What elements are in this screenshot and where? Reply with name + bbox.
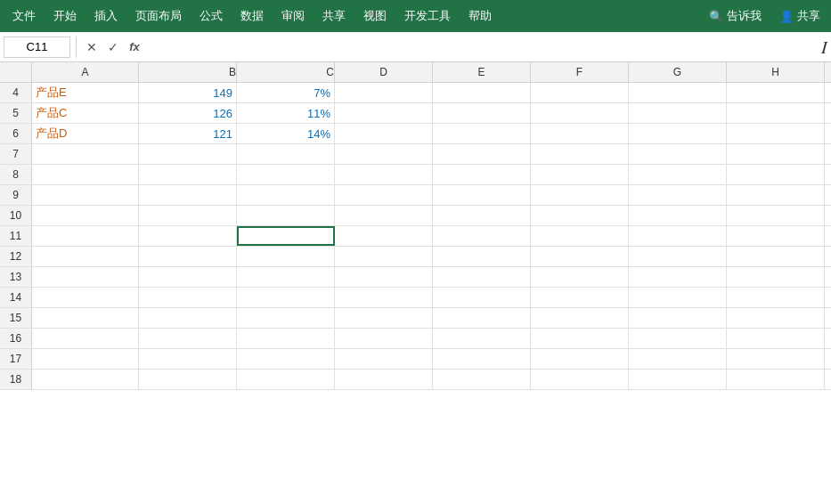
cell-reference-input[interactable] xyxy=(4,37,70,58)
cell-4-H[interactable] xyxy=(727,83,825,102)
row-header[interactable]: 4 xyxy=(0,83,32,102)
cell-15-H[interactable] xyxy=(727,308,825,328)
row-header[interactable]: 10 xyxy=(0,206,32,225)
cell-8-A[interactable] xyxy=(32,165,139,184)
row-header[interactable]: 7 xyxy=(0,144,32,164)
cell-8-G[interactable] xyxy=(629,165,727,184)
cell-14-F[interactable] xyxy=(531,288,629,307)
cell-18-F[interactable] xyxy=(531,370,629,389)
cell-5-H[interactable] xyxy=(727,103,825,123)
col-header-g[interactable]: G xyxy=(629,62,727,82)
cell-18-A[interactable] xyxy=(32,370,139,389)
cancel-formula-button[interactable]: ✕ xyxy=(82,37,102,57)
cell-8-E[interactable] xyxy=(433,165,531,184)
menu-file[interactable]: 文件 xyxy=(4,3,45,29)
cell-5-G[interactable] xyxy=(629,103,727,123)
cell-9-C[interactable] xyxy=(237,185,335,205)
cell-12-G[interactable] xyxy=(629,247,727,266)
cell-12-B[interactable] xyxy=(139,247,237,266)
cell-9-H[interactable] xyxy=(727,185,825,205)
cell-16-F[interactable] xyxy=(531,329,629,348)
menu-formula[interactable]: 公式 xyxy=(191,3,232,29)
cell-12-C[interactable] xyxy=(237,247,335,266)
cell-15-F[interactable] xyxy=(531,308,629,328)
row-header[interactable]: 14 xyxy=(0,288,32,307)
tell-me-button[interactable]: 🔍 告诉我 xyxy=(702,4,769,28)
menu-help[interactable]: 帮助 xyxy=(460,3,501,29)
cell-10-B[interactable] xyxy=(139,206,237,225)
row-header[interactable]: 8 xyxy=(0,165,32,184)
cell-6-C[interactable]: 14% xyxy=(237,124,335,143)
col-header-a[interactable]: A xyxy=(32,62,139,82)
share-button[interactable]: 👤 共享 xyxy=(772,4,827,28)
cell-4-D[interactable] xyxy=(335,83,433,102)
row-header[interactable]: 13 xyxy=(0,267,32,287)
cell-4-B[interactable]: 149 xyxy=(139,83,237,102)
cell-10-D[interactable] xyxy=(335,206,433,225)
confirm-formula-button[interactable]: ✓ xyxy=(103,37,123,57)
cell-8-H[interactable] xyxy=(727,165,825,184)
cell-7-F[interactable] xyxy=(531,144,629,164)
row-header[interactable]: 6 xyxy=(0,124,32,143)
cell-7-G[interactable] xyxy=(629,144,727,164)
menu-view[interactable]: 视图 xyxy=(354,3,395,29)
cell-8-C[interactable] xyxy=(237,165,335,184)
cell-5-B[interactable]: 126 xyxy=(139,103,237,123)
cell-15-A[interactable] xyxy=(32,308,139,328)
cell-6-G[interactable] xyxy=(629,124,727,143)
cell-15-D[interactable] xyxy=(335,308,433,328)
cell-14-C[interactable] xyxy=(237,288,335,307)
cell-13-D[interactable] xyxy=(335,267,433,287)
menu-insert[interactable]: 插入 xyxy=(86,3,126,29)
row-header[interactable]: 17 xyxy=(0,349,32,369)
cell-10-A[interactable] xyxy=(32,206,139,225)
cell-10-C[interactable] xyxy=(237,206,335,225)
cell-14-D[interactable] xyxy=(335,288,433,307)
cell-11-D[interactable] xyxy=(335,226,433,246)
cell-11-H[interactable] xyxy=(727,226,825,246)
cell-17-D[interactable] xyxy=(335,349,433,369)
cell-6-H[interactable] xyxy=(727,124,825,143)
cell-18-B[interactable] xyxy=(139,370,237,389)
cell-9-B[interactable] xyxy=(139,185,237,205)
row-header[interactable]: 9 xyxy=(0,185,32,205)
cell-11-F[interactable] xyxy=(531,226,629,246)
corner-cell[interactable] xyxy=(0,62,32,82)
cell-5-D[interactable] xyxy=(335,103,433,123)
col-header-c[interactable]: C xyxy=(237,62,335,82)
cell-6-A[interactable]: 产品D xyxy=(32,124,139,143)
row-header[interactable]: 16 xyxy=(0,329,32,348)
col-header-h[interactable]: H xyxy=(727,62,825,82)
cell-11-C[interactable] xyxy=(237,226,335,246)
cell-10-H[interactable] xyxy=(727,206,825,225)
cell-4-E[interactable] xyxy=(433,83,531,102)
cell-16-B[interactable] xyxy=(139,329,237,348)
cell-6-D[interactable] xyxy=(335,124,433,143)
menu-home[interactable]: 开始 xyxy=(45,3,86,29)
cell-15-G[interactable] xyxy=(629,308,727,328)
menu-dev-tools[interactable]: 开发工具 xyxy=(395,3,460,29)
cell-16-A[interactable] xyxy=(32,329,139,348)
col-header-f[interactable]: F xyxy=(531,62,629,82)
cell-7-H[interactable] xyxy=(727,144,825,164)
cell-18-G[interactable] xyxy=(629,370,727,389)
col-header-b[interactable]: B xyxy=(139,62,237,82)
cell-11-E[interactable] xyxy=(433,226,531,246)
cell-4-A[interactable]: 产品E xyxy=(32,83,139,102)
row-header[interactable]: 12 xyxy=(0,247,32,266)
cell-14-B[interactable] xyxy=(139,288,237,307)
cell-17-H[interactable] xyxy=(727,349,825,369)
cell-12-F[interactable] xyxy=(531,247,629,266)
cell-13-E[interactable] xyxy=(433,267,531,287)
cell-17-E[interactable] xyxy=(433,349,531,369)
cell-9-G[interactable] xyxy=(629,185,727,205)
fx-button[interactable]: fx xyxy=(125,37,144,57)
cell-12-E[interactable] xyxy=(433,247,531,266)
cell-14-G[interactable] xyxy=(629,288,727,307)
cell-8-F[interactable] xyxy=(531,165,629,184)
cell-6-E[interactable] xyxy=(433,124,531,143)
cell-13-H[interactable] xyxy=(727,267,825,287)
cell-15-C[interactable] xyxy=(237,308,335,328)
cell-18-C[interactable] xyxy=(237,370,335,389)
cell-6-F[interactable] xyxy=(531,124,629,143)
